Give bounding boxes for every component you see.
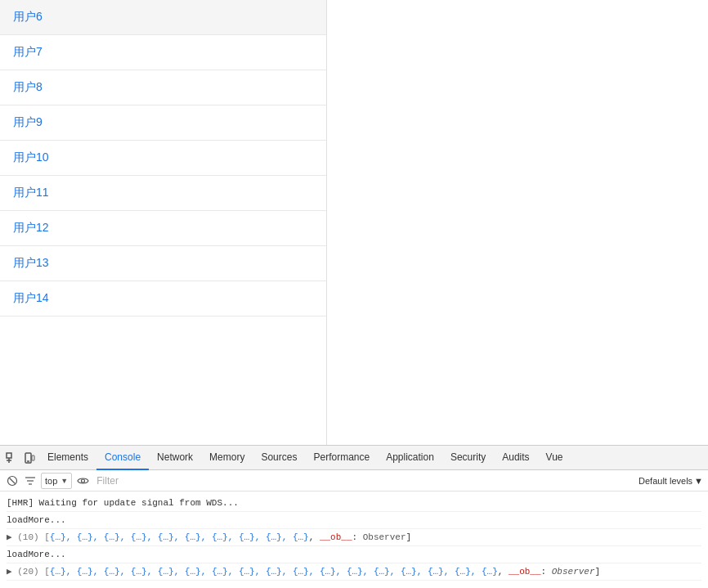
tab-vue[interactable]: Vue <box>538 446 571 470</box>
devtools-device-icon[interactable] <box>21 450 38 466</box>
filter-icon[interactable] <box>23 474 38 488</box>
list-item[interactable]: 用户6 <box>0 0 326 35</box>
svg-rect-0 <box>7 453 11 458</box>
default-levels-arrow-icon: ▼ <box>694 476 703 486</box>
main-content: 用户6用户7用户8用户9用户10用户11用户12用户13用户14 <box>0 0 708 445</box>
tab-console[interactable]: Console <box>96 446 149 470</box>
svg-rect-5 <box>32 456 34 460</box>
expand-arrow-icon[interactable]: ▶ <box>7 532 12 542</box>
context-selector[interactable]: top ▼ <box>41 473 72 489</box>
tab-sources[interactable]: Sources <box>253 446 305 470</box>
clear-console-icon[interactable] <box>5 474 20 488</box>
console-line[interactable]: ▶ (10) [{…}, {…}, {…}, {…}, {…}, {…}, {…… <box>7 529 701 546</box>
list-item[interactable]: 用户7 <box>0 35 326 70</box>
console-output: [HMR] Waiting for update signal from WDS… <box>0 491 708 588</box>
list-item[interactable]: 用户11 <box>0 176 326 211</box>
list-item[interactable]: 用户9 <box>0 105 326 141</box>
tab-security[interactable]: Security <box>442 446 494 470</box>
list-item[interactable]: 用户10 <box>0 141 326 176</box>
svg-point-11 <box>81 479 84 483</box>
devtools-inspect-icon[interactable] <box>3 450 20 466</box>
list-item[interactable]: 用户14 <box>0 281 326 316</box>
tab-elements[interactable]: Elements <box>39 446 96 470</box>
list-item[interactable]: 用户12 <box>0 211 326 246</box>
tab-performance[interactable]: Performance <box>305 446 378 470</box>
list-item[interactable]: 用户13 <box>0 246 326 281</box>
devtools-tab-bar: Elements Console Network Memory Sources … <box>0 446 708 470</box>
list-item[interactable]: 用户8 <box>0 70 326 105</box>
context-select-arrow-icon: ▼ <box>60 477 68 485</box>
context-select-box[interactable]: top ▼ <box>41 473 72 489</box>
default-levels-dropdown[interactable]: Default levels ▼ <box>639 476 703 486</box>
devtools-panel: Elements Console Network Memory Sources … <box>0 445 708 588</box>
right-panel <box>327 0 708 445</box>
expand-arrow-icon[interactable]: ▶ <box>7 567 12 577</box>
console-line: loadMore... <box>7 512 701 529</box>
tab-memory[interactable]: Memory <box>201 446 253 470</box>
svg-line-7 <box>10 478 16 483</box>
console-toolbar: top ▼ Default levels ▼ <box>0 470 708 491</box>
filter-input[interactable] <box>93 475 635 487</box>
eye-icon[interactable] <box>75 474 90 488</box>
tab-application[interactable]: Application <box>378 446 442 470</box>
console-line: [HMR] Waiting for update signal from WDS… <box>7 495 701 512</box>
console-line: loadMore... <box>7 546 701 563</box>
tab-network[interactable]: Network <box>149 446 201 470</box>
list-container[interactable]: 用户6用户7用户8用户9用户10用户11用户12用户13用户14 <box>0 0 327 445</box>
tab-audits[interactable]: Audits <box>494 446 537 470</box>
console-line[interactable]: ▶ (20) [{…}, {…}, {…}, {…}, {…}, {…}, {…… <box>7 563 701 581</box>
